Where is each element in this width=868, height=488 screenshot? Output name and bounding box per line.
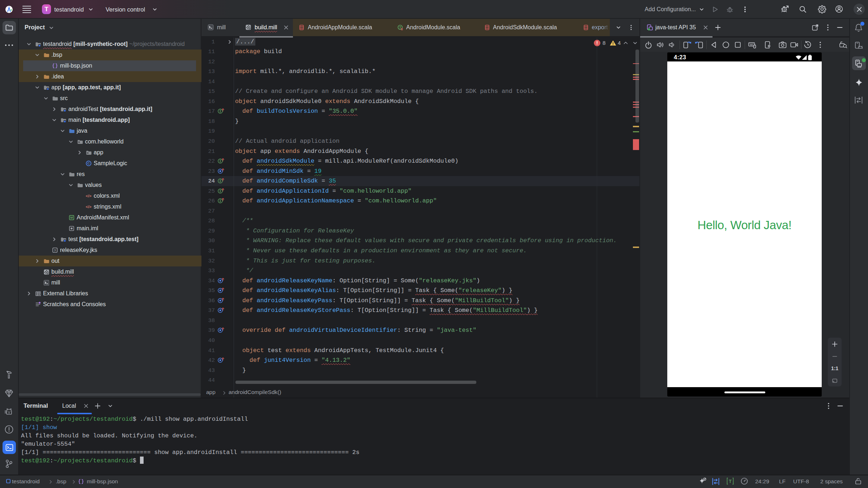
svg-text:T: T — [729, 479, 732, 484]
svg-text:T: T — [399, 26, 401, 29]
svg-text:C: C — [88, 161, 90, 165]
svg-text:</>: </> — [86, 194, 92, 198]
svg-text:</>: </> — [86, 205, 92, 209]
svg-text:M: M — [70, 216, 73, 219]
svg-text:?: ? — [54, 248, 56, 252]
